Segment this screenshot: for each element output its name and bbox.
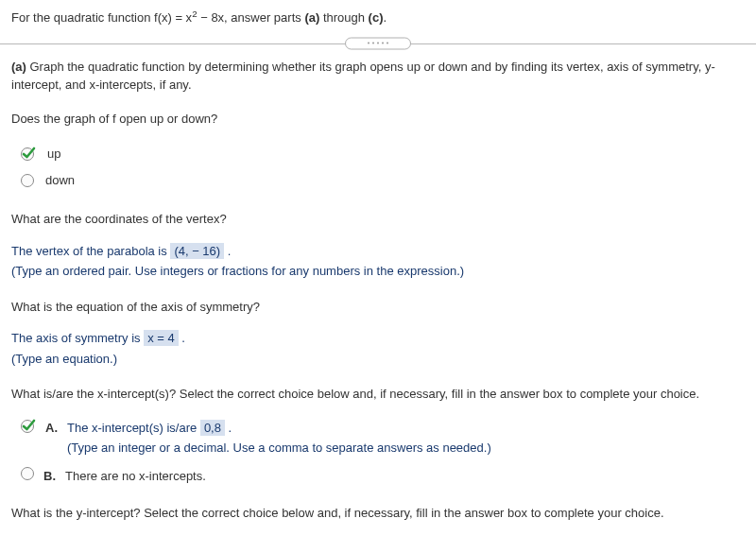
q3-prompt: What is the equation of the axis of symm… — [11, 298, 745, 317]
q3-answer[interactable]: x = 4 — [144, 330, 179, 346]
intro-period: . — [383, 10, 387, 25]
checkmark-icon — [21, 147, 36, 162]
intro-bold-a: (a) — [304, 10, 319, 25]
checkmark-icon — [21, 419, 36, 434]
option-up-label: up — [45, 145, 60, 164]
part-a-body: Graph the quadratic function by determin… — [11, 60, 715, 93]
q2-answer[interactable]: (4, − 16) — [170, 243, 224, 259]
option-a-answer[interactable]: 0,8 — [200, 420, 225, 436]
option-a-line: The x-intercept(s) is/are 0,8 . — [67, 419, 745, 438]
section-divider — [0, 37, 756, 50]
q2-prompt: What are the coordinates of the vertex? — [11, 210, 745, 229]
option-a-letter: A. — [45, 419, 58, 438]
q2-pre: The vertex of the parabola is — [11, 244, 170, 258]
q2-hint: (Type an ordered pair. Use integers or f… — [11, 262, 745, 281]
option-a-pre: The x-intercept(s) is/are — [67, 421, 200, 435]
option-b-letter: B. — [43, 467, 56, 486]
q3-answer-line: The axis of symmetry is x = 4 . — [11, 329, 745, 348]
q3-post: . — [179, 331, 185, 345]
radio-icon — [21, 467, 34, 480]
part-a-label: (a) — [11, 60, 26, 74]
question-intro: For the quadratic function f(x) = x2 − 8… — [0, 0, 756, 37]
option-down[interactable]: down — [11, 167, 745, 194]
q4-prompt: What is/are the x-intercept(s)? Select t… — [11, 385, 745, 404]
q2-answer-line: The vertex of the parabola is (4, − 16) … — [11, 242, 745, 261]
intro-bold-c: (c) — [369, 10, 384, 25]
part-a-text: (a) Graph the quadratic function by dete… — [11, 58, 745, 95]
expand-handle[interactable] — [345, 37, 411, 49]
option-a[interactable]: A. The x-intercept(s) is/are 0,8 . (Type… — [11, 417, 745, 459]
intro-text-2: − 8x, answer parts — [198, 10, 305, 25]
option-up[interactable]: up — [11, 141, 745, 167]
q5-prompt: What is the y-intercept? Select the corr… — [11, 504, 745, 523]
q1-prompt: Does the graph of f open up or down? — [11, 110, 745, 129]
radio-icon — [21, 174, 34, 187]
option-down-label: down — [43, 171, 75, 190]
intro-through: through — [319, 10, 368, 25]
intro-text: For the quadratic function f(x) = x — [11, 10, 192, 25]
option-b[interactable]: B. There are no x-intercepts. — [11, 465, 745, 488]
option-a-post: . — [225, 421, 232, 435]
q2-post: . — [224, 244, 231, 258]
q3-pre: The axis of symmetry is — [11, 331, 144, 345]
option-b-text: There are no x-intercepts. — [65, 469, 206, 483]
option-a-hint: (Type an integer or a decimal. Use a com… — [67, 439, 745, 458]
q3-hint: (Type an equation.) — [11, 350, 745, 369]
